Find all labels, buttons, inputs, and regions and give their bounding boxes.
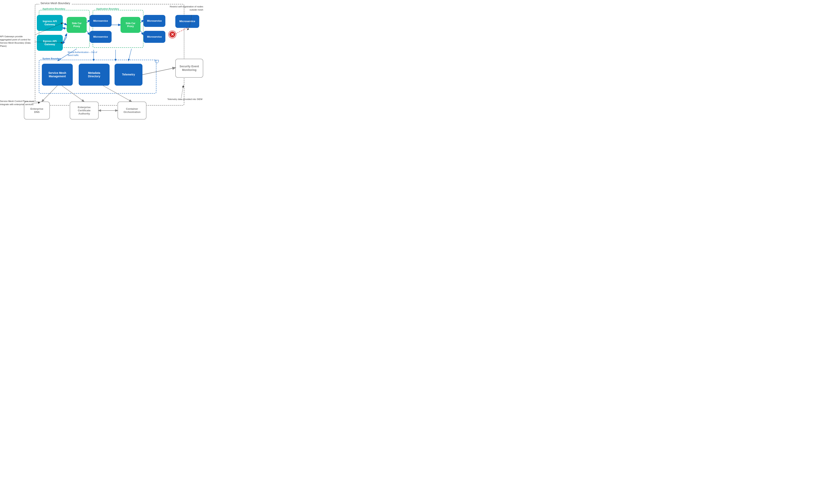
sidecar-proxy-1-node: Side Car Proxy: [67, 17, 87, 33]
ca-label: Enterprise Certificate Authority: [78, 106, 90, 116]
sidecar-proxy-2-node: Side Car Proxy: [121, 17, 140, 33]
microservice-2-node: Microservice: [90, 31, 112, 43]
api-gw-annotation: API Gateways provide aggregated point of…: [0, 35, 35, 48]
metadata-label: Metadata Directory: [88, 71, 100, 78]
dns-label: Enterprise DNS: [31, 107, 43, 114]
diagram-container: Service Mesh Boundary Application Bounda…: [0, 0, 207, 128]
ms3-label: Microservice: [147, 19, 162, 22]
microservice-1-node: Microservice: [90, 15, 112, 27]
microservice-3-node: Microservice: [143, 15, 165, 27]
restrict-annotation: Restrict self-registration of nodes outs…: [166, 5, 203, 11]
shield-icon: 🛡: [155, 59, 159, 64]
service-mesh-management-node: Service Mesh Management: [42, 64, 73, 86]
ms4-label: Microservice: [147, 36, 162, 38]
ms2-label: Microservice: [93, 36, 108, 38]
mutual-auth-annotation-text: Mutual Authentication – Out of Band traf…: [68, 51, 97, 56]
api-gw-annotation-text: API Gateways provide aggregated point of…: [0, 35, 31, 47]
app-boundary-2-label: Application Boundary: [95, 8, 120, 10]
telemetry-annotation: Telemetry data provided into SIEM: [167, 98, 202, 101]
microservice-outside-node: Microservice: [175, 15, 199, 28]
sidecar1-label: Side Car Proxy: [72, 22, 82, 28]
telemetry-label: Telemetry: [122, 73, 135, 77]
egress-label: Egress API Gateway: [43, 40, 56, 46]
telemetry-annotation-text: Telemetry data provided into SIEM: [167, 98, 202, 100]
service-mesh-boundary-label: Service Mesh Boundary: [39, 2, 71, 5]
ms-outside-label: Microservice: [179, 20, 195, 23]
container-label: Container Orchestration: [124, 107, 140, 114]
app-boundary-1-label: Application Boundary: [42, 8, 66, 10]
access-denied-icon: ✕: [169, 31, 176, 38]
enterprise-ca-node: Enterprise Certificate Authority: [70, 101, 98, 120]
smm-label: Service Mesh Management: [48, 71, 66, 78]
microservice-4-node: Microservice: [143, 31, 165, 43]
container-orchestration-node: Container Orchestration: [118, 101, 147, 120]
ms1-label: Microservice: [93, 19, 108, 22]
egress-gateway-node: Egress API Gateway: [37, 35, 63, 51]
restrict-annotation-text: Restrict self-registration of nodes outs…: [170, 5, 203, 11]
siem-label: Security Event Monitoring: [179, 65, 199, 72]
smc-annotation: Service Mesh Control Plane must integrat…: [0, 100, 35, 106]
metadata-directory-node: Metadata Directory: [79, 64, 110, 86]
ingress-label: Ingress API Gateway: [43, 20, 57, 26]
smc-annotation-text: Service Mesh Control Plane must integrat…: [0, 100, 34, 105]
telemetry-node: Telemetry: [115, 64, 142, 86]
system-boundary-label: System Boundary: [42, 57, 62, 60]
sidecar2-label: Side Car Proxy: [126, 22, 135, 28]
siem-node: Security Event Monitoring: [175, 59, 203, 78]
ingress-gateway-node: Ingress API Gateway: [37, 15, 63, 31]
mutual-auth-annotation: Mutual Authentication – Out of Band traf…: [68, 51, 99, 57]
